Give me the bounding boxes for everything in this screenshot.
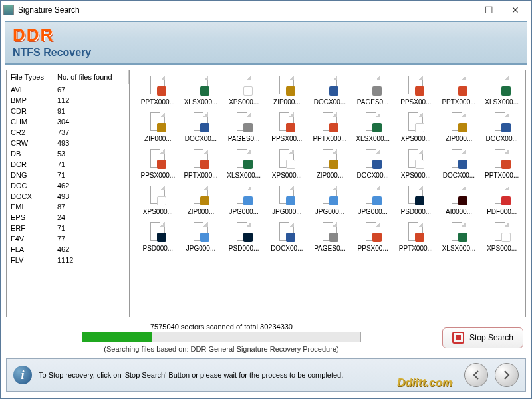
maximize-button[interactable]: ☐ — [475, 1, 502, 19]
file-item[interactable]: DOCX00... — [352, 149, 394, 179]
file-item[interactable]: AI0000... — [438, 186, 480, 215]
table-row[interactable]: CDR91 — [7, 106, 129, 116]
col-file-types[interactable]: File Types — [7, 70, 53, 84]
file-item[interactable]: XPS000... — [223, 76, 265, 106]
file-label: PPTX000... — [483, 172, 521, 179]
file-item[interactable]: XLSX000... — [223, 149, 265, 179]
file-grid-panel[interactable]: PPTX000...XLSX000...XPS000...ZIP000...DO… — [134, 70, 526, 317]
pages-badge-icon — [372, 86, 382, 96]
file-item[interactable]: DOCX00... — [481, 112, 523, 142]
zip-badge-icon — [458, 123, 467, 132]
file-item[interactable]: JPG000... — [266, 186, 308, 215]
file-item[interactable]: ZIP000... — [137, 112, 179, 142]
file-item[interactable]: JPG000... — [180, 222, 222, 252]
table-row[interactable]: BMP112 — [7, 95, 129, 106]
psd-badge-icon — [157, 233, 166, 242]
file-item[interactable]: PPTX000... — [309, 112, 351, 142]
cell-count: 53 — [53, 148, 129, 159]
table-row[interactable]: DB53 — [7, 148, 129, 159]
file-icon — [364, 149, 382, 169]
table-body[interactable]: AVI67BMP112CDR91CHM304CR2737CRW493DB53DC… — [7, 84, 129, 317]
file-item[interactable]: ZIP000... — [309, 149, 351, 179]
table-row[interactable]: CRW493 — [7, 138, 129, 148]
file-label: PAGES0... — [311, 245, 348, 252]
table-row[interactable]: DNG71 — [7, 170, 129, 180]
file-item[interactable]: DOCX00... — [309, 76, 351, 106]
table-row[interactable]: FLA462 — [7, 244, 129, 255]
file-item[interactable]: XPS000... — [137, 186, 179, 215]
file-item[interactable]: XLSX000... — [481, 76, 523, 106]
file-item[interactable]: PAGES0... — [309, 222, 351, 252]
docx-badge-icon — [200, 123, 209, 132]
stop-search-button[interactable]: Stop Search — [442, 327, 523, 348]
file-item[interactable]: XLSX000... — [438, 222, 480, 252]
file-item[interactable]: PPSX00... — [266, 112, 308, 142]
file-item[interactable]: XLSX000... — [352, 112, 394, 142]
ppsx-badge-icon — [415, 86, 424, 96]
file-item[interactable]: ZIP000... — [180, 186, 222, 215]
table-row[interactable]: CR2737 — [7, 127, 129, 138]
file-icon — [321, 222, 338, 242]
table-row[interactable]: F4V77 — [7, 233, 129, 244]
cell-type: DB — [7, 148, 53, 159]
forward-button[interactable] — [495, 363, 519, 387]
file-item[interactable]: ZIP000... — [438, 112, 480, 142]
main-content: File Types No. of files found AVI67BMP11… — [1, 65, 531, 323]
file-icon — [450, 76, 467, 96]
close-button[interactable]: ✕ — [502, 1, 529, 19]
file-item[interactable]: PDF000... — [481, 186, 523, 215]
file-item[interactable]: XPS000... — [266, 149, 308, 179]
table-row[interactable]: ERF71 — [7, 223, 129, 233]
file-label: DOCX00... — [311, 98, 348, 106]
file-item[interactable]: XLSX000... — [180, 76, 222, 106]
cell-type: F4V — [7, 233, 53, 244]
pptx-badge-icon — [157, 86, 166, 96]
file-item[interactable]: JPG000... — [352, 186, 394, 215]
xps-badge-icon — [157, 196, 166, 205]
file-label: JPG000... — [354, 208, 392, 215]
file-item[interactable]: PPTX000... — [137, 76, 179, 106]
table-row[interactable]: FLV1112 — [7, 255, 129, 265]
file-item[interactable]: PSD000... — [137, 222, 179, 252]
table-header: File Types No. of files found — [7, 70, 129, 84]
file-item[interactable]: PPTX000... — [481, 149, 523, 179]
file-item[interactable]: PAGES0... — [223, 112, 265, 142]
file-item[interactable]: DOCX00... — [438, 149, 480, 179]
file-item[interactable]: DOCX00... — [266, 222, 308, 252]
table-row[interactable]: EML87 — [7, 201, 129, 212]
file-item[interactable]: ZIP000... — [266, 76, 308, 106]
file-item[interactable]: XPS000... — [481, 222, 523, 252]
file-item[interactable]: JPG000... — [309, 186, 351, 215]
file-item[interactable]: PSD000... — [395, 186, 437, 215]
cell-type: DOCX — [7, 191, 53, 201]
file-item[interactable]: DOCX00... — [180, 112, 222, 142]
minimize-button[interactable]: ― — [449, 1, 475, 19]
file-label: DOCX00... — [354, 172, 392, 179]
back-button[interactable] — [464, 363, 488, 387]
table-row[interactable]: DOC462 — [7, 180, 129, 191]
file-item[interactable]: JPG000... — [223, 186, 265, 215]
file-label: PPTX000... — [311, 135, 348, 142]
file-item[interactable]: PSD000... — [223, 222, 265, 252]
file-item[interactable]: PPSX000... — [137, 149, 179, 179]
table-row[interactable]: DOCX493 — [7, 191, 129, 201]
file-label: PPSX00... — [397, 98, 434, 106]
table-row[interactable]: EPS24 — [7, 212, 129, 223]
file-label: DOCX00... — [268, 245, 305, 252]
col-count[interactable]: No. of files found — [53, 70, 129, 84]
file-item[interactable]: XPS000... — [395, 149, 437, 179]
file-item[interactable]: PPTX000... — [438, 76, 480, 106]
file-item[interactable]: PPSX00... — [352, 222, 394, 252]
file-item[interactable]: XPS000... — [395, 112, 437, 142]
file-icon — [407, 76, 424, 96]
file-icon — [149, 76, 166, 96]
file-item[interactable]: PAGES0... — [352, 76, 394, 106]
file-item[interactable]: PPTX000... — [395, 222, 437, 252]
file-label: ZIP000... — [182, 208, 219, 215]
table-row[interactable]: AVI67 — [7, 84, 129, 95]
table-row[interactable]: DCR71 — [7, 159, 129, 170]
file-label: PAGES0... — [354, 98, 392, 106]
file-item[interactable]: PPSX00... — [395, 76, 437, 106]
file-item[interactable]: PPTX000... — [180, 149, 222, 179]
table-row[interactable]: CHM304 — [7, 116, 129, 127]
